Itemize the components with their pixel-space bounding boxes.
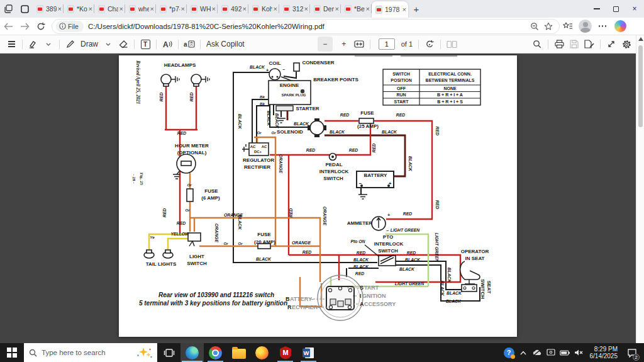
tab-close-icon[interactable]: × <box>304 5 308 13</box>
save-icon[interactable] <box>567 37 582 52</box>
browser-tab[interactable]: *p7-5× <box>156 0 187 18</box>
scrollbar-up-icon[interactable] <box>638 37 643 41</box>
tab-close-icon[interactable]: × <box>89 5 92 13</box>
taskbar-mcafee-icon[interactable]: M <box>274 343 297 362</box>
taskbar-clock[interactable]: 8:29 PM 6/14/2025 <box>587 346 621 359</box>
taskbar-word-icon[interactable]: W <box>297 343 320 362</box>
taskbar-file-explorer-icon[interactable] <box>227 343 250 362</box>
close-button[interactable]: × <box>625 1 644 17</box>
taskbar-search-input[interactable]: Type here to search <box>24 343 157 362</box>
taskbar-chrome-icon[interactable] <box>204 343 227 362</box>
diagram-label: R <box>287 304 292 310</box>
read-aloud-icon[interactable]: A <box>160 37 175 52</box>
file-protocol-chip[interactable]: File <box>56 21 84 32</box>
browser-tab[interactable]: 492-× <box>218 0 248 18</box>
hidden-icons-chevron-icon[interactable] <box>518 348 528 358</box>
save-as-icon[interactable] <box>582 37 597 52</box>
pdf-file-icon <box>98 5 105 13</box>
menu-icon[interactable] <box>4 37 19 52</box>
search-icon[interactable] <box>530 37 545 52</box>
browser-tab[interactable]: 312-8× <box>279 0 310 18</box>
tab-close-icon[interactable]: × <box>274 5 277 13</box>
pdf-content-area[interactable]: Revised April 25, 2021Fig. 25- 28 -HEADL… <box>0 54 644 343</box>
diagram-label: INTERLOCK <box>319 169 349 174</box>
page-number-input[interactable]: 1 <box>379 38 395 50</box>
maximize-button[interactable] <box>606 1 625 17</box>
rotate-icon[interactable] <box>422 37 437 52</box>
fullscreen-icon[interactable] <box>604 37 619 52</box>
fit-to-width-icon[interactable] <box>352 37 367 52</box>
taskbar-firefox-icon[interactable] <box>250 343 274 362</box>
browser-tab[interactable]: *Kohl× <box>64 0 94 18</box>
tab-close-icon[interactable]: × <box>181 5 185 13</box>
clock-date: 6/14/2025 <box>590 353 618 359</box>
notification-center-icon[interactable]: 2 <box>624 343 640 362</box>
speaker-muted-icon[interactable] <box>574 348 584 358</box>
add-text-icon[interactable]: T <box>138 37 153 52</box>
tab-close-icon[interactable]: × <box>402 6 406 13</box>
tab-actions-icon[interactable] <box>0 2 16 16</box>
browser-tab[interactable]: WH I× <box>187 0 218 18</box>
diagram-label: PTO <box>383 234 393 240</box>
page-view-icon[interactable] <box>444 37 459 52</box>
translate-icon[interactable]: a <box>182 37 197 52</box>
browser-tab[interactable]: *Belt× <box>341 0 372 18</box>
browser-tab[interactable]: 3893× <box>33 0 64 18</box>
forward-icon[interactable] <box>16 19 33 34</box>
vertical-tabs-icon[interactable] <box>16 2 33 16</box>
browser-tab[interactable]: whee× <box>125 0 156 18</box>
url-text[interactable]: C:/Users/dickf/Downloads/1978-81%20C-Ser… <box>88 23 528 30</box>
browser-tab[interactable]: Dem× <box>310 0 341 18</box>
tab-close-icon[interactable]: × <box>119 5 123 13</box>
browser-menu-icon[interactable] <box>594 19 611 34</box>
address-bar: File C:/Users/dickf/Downloads/1978-81%20… <box>0 18 644 35</box>
task-view-icon[interactable] <box>157 343 180 362</box>
diagram-label: Or <box>271 130 276 135</box>
tab-close-icon[interactable]: × <box>335 5 339 13</box>
diagram-label: RED <box>372 144 376 152</box>
browser-tab[interactable]: Kohle× <box>248 0 279 18</box>
zoom-out-icon[interactable]: − <box>318 37 333 52</box>
copilot-icon[interactable] <box>614 20 626 32</box>
tab-close-icon[interactable]: × <box>58 5 62 13</box>
scrollbar-thumb[interactable] <box>638 45 643 127</box>
connect-display-icon[interactable] <box>546 348 556 358</box>
browser-tab[interactable]: 1978× <box>372 1 408 18</box>
draw-pen-icon[interactable] <box>63 37 78 52</box>
tab-close-icon[interactable]: × <box>212 5 216 13</box>
battery-icon[interactable] <box>560 348 570 358</box>
tab-close-icon[interactable]: × <box>243 5 247 13</box>
tab-close-icon[interactable]: × <box>366 5 370 13</box>
zoom-page-icon[interactable] <box>528 20 541 33</box>
tab-label: 1978 <box>385 6 401 13</box>
favorite-star-icon[interactable] <box>541 20 555 33</box>
start-button[interactable] <box>0 343 24 362</box>
favorites-bar-icon[interactable] <box>560 19 576 34</box>
refresh-icon[interactable] <box>33 19 49 34</box>
draw-label[interactable]: Draw <box>78 40 101 48</box>
zoom-in-icon[interactable]: + <box>336 37 352 52</box>
help-icon[interactable]: ? <box>504 348 514 358</box>
browser-tab[interactable]: Chart× <box>94 0 125 18</box>
diagram-label: SWITCH <box>480 279 486 299</box>
ask-copilot-button[interactable]: Ask Copilot <box>204 40 247 48</box>
profile-avatar[interactable] <box>579 20 592 33</box>
highlighter-chevron-icon[interactable] <box>41 37 56 52</box>
tab-close-icon[interactable]: × <box>150 5 154 13</box>
diagram-label: RED <box>396 113 405 117</box>
pdf-scrollbar[interactable] <box>636 35 644 343</box>
new-tab-button[interactable]: + <box>408 1 425 16</box>
back-icon[interactable] <box>0 19 16 34</box>
diagram-label: BLACK <box>408 156 413 172</box>
settings-gear-icon[interactable] <box>619 37 634 52</box>
minimize-button[interactable] <box>587 1 606 17</box>
address-field[interactable]: File C:/Users/dickf/Downloads/1978-81%20… <box>52 19 560 34</box>
onedrive-offline-icon[interactable] <box>532 348 542 358</box>
taskbar-edge-icon[interactable] <box>180 343 204 362</box>
eraser-icon[interactable] <box>116 37 131 52</box>
draw-chevron-icon[interactable] <box>101 37 116 52</box>
print-icon[interactable] <box>552 37 567 52</box>
diagram-label: - <box>357 285 359 291</box>
diagram-label: NONE <box>443 86 457 91</box>
highlighter-icon[interactable] <box>26 37 41 52</box>
